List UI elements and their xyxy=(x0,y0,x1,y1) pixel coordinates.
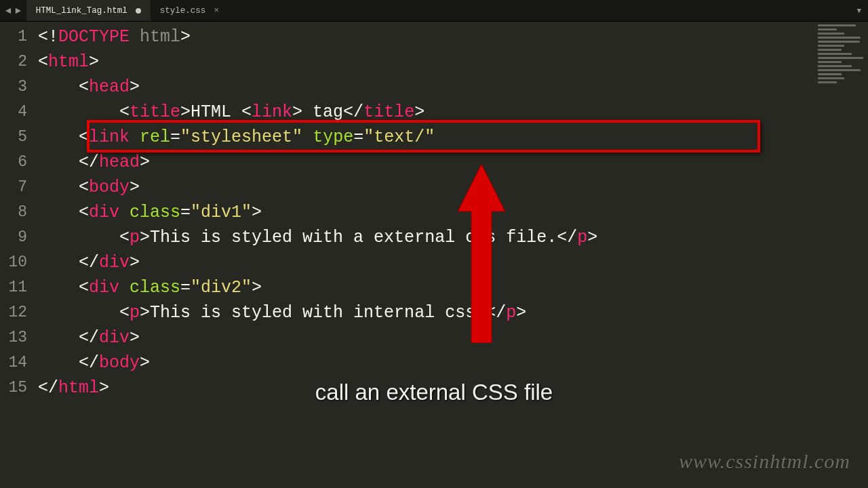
watermark: www.cssinhtml.com xyxy=(679,450,850,473)
close-icon[interactable]: × xyxy=(214,5,219,16)
code-editor[interactable]: 1 2 3 4 5 6 7 8 9 10 11 12 13 14 15 <!DO… xyxy=(0,22,868,488)
line-number: 12 xyxy=(0,300,38,325)
line-number: 6 xyxy=(0,150,38,175)
code-line: <body> xyxy=(38,175,868,200)
tab-style-css[interactable]: style.css × xyxy=(151,0,229,21)
code-line: <title>HTML <link> tag</title> xyxy=(38,100,868,125)
tabs-dropdown-icon[interactable]: ▼ xyxy=(850,7,868,15)
code-line: <html> xyxy=(38,49,868,75)
code-line: </body> xyxy=(38,350,868,375)
code-line: <div class="div2"> xyxy=(38,275,868,300)
svg-marker-0 xyxy=(458,164,505,343)
line-number: 3 xyxy=(0,75,38,100)
line-number: 2 xyxy=(0,49,38,75)
line-number: 4 xyxy=(0,100,38,125)
line-number: 8 xyxy=(0,200,38,225)
tab-label: HTML_link_Tag.html xyxy=(36,6,127,16)
line-number: 9 xyxy=(0,225,38,250)
line-number: 7 xyxy=(0,175,38,200)
code-line: </head> xyxy=(38,150,868,175)
code-line: <p>This is styled with internal css.</p> xyxy=(38,300,868,325)
line-number: 1 xyxy=(0,24,38,49)
line-number: 14 xyxy=(0,350,38,375)
line-number: 13 xyxy=(0,325,38,350)
code-line: </div> xyxy=(38,325,868,350)
code-area[interactable]: <!DOCTYPE html> <html> <head> <title>HTM… xyxy=(38,22,868,488)
code-line: </div> xyxy=(38,250,868,275)
tab-label: style.css xyxy=(160,6,206,16)
code-line: <div class="div1"> xyxy=(38,200,868,225)
line-number: 10 xyxy=(0,250,38,275)
minimap[interactable] xyxy=(818,24,865,85)
unsaved-dot-icon xyxy=(136,8,141,14)
arrow-up-icon xyxy=(458,164,505,343)
code-line: <!DOCTYPE html> xyxy=(38,24,868,49)
code-line: <link rel="stylesheet" type="text/" xyxy=(38,125,868,150)
code-line: <head> xyxy=(38,75,868,100)
tab-html-file[interactable]: HTML_link_Tag.html xyxy=(26,0,151,21)
nav-forward-icon[interactable]: ► xyxy=(15,5,20,16)
line-number: 5 xyxy=(0,125,38,150)
nav-back-icon[interactable]: ◄ xyxy=(5,5,11,16)
line-number: 11 xyxy=(0,275,38,300)
tab-bar: ◄ ► HTML_link_Tag.html style.css × ▼ xyxy=(0,0,868,22)
annotation-caption: call an external CSS file xyxy=(0,380,868,405)
line-number-gutter: 1 2 3 4 5 6 7 8 9 10 11 12 13 14 15 xyxy=(0,22,38,488)
nav-arrows: ◄ ► xyxy=(0,5,26,16)
code-line: <p>This is styled with a external css fi… xyxy=(38,225,868,250)
